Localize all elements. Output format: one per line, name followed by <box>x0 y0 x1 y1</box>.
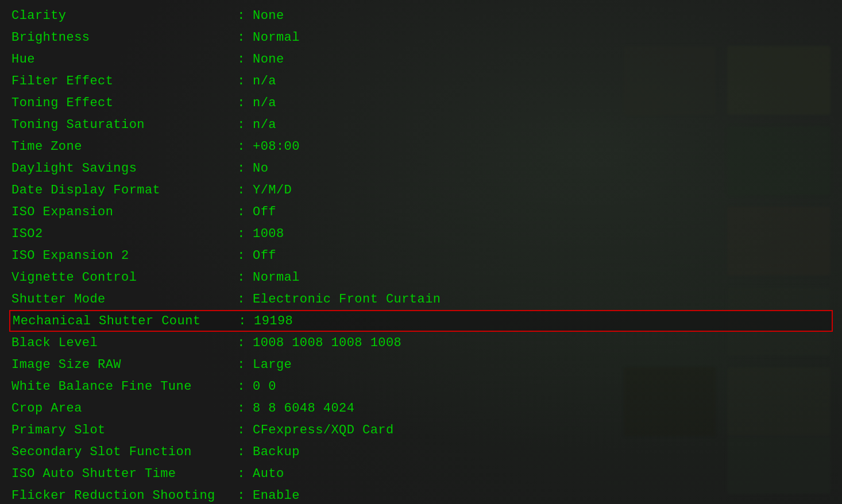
table-row: ISO Expansion 2:Off <box>11 245 831 266</box>
row-value: CFexpress/XQD Card <box>253 423 831 437</box>
row-label: Daylight Savings <box>11 161 230 176</box>
row-label: Clarity <box>11 9 230 23</box>
row-value: None <box>253 52 831 67</box>
table-row: Flicker Reduction Shooting:Enable <box>11 484 831 504</box>
row-value: 8 8 6048 4024 <box>253 401 831 416</box>
row-separator: : <box>230 445 253 459</box>
row-label: Secondary Slot Function <box>11 445 230 459</box>
row-value: 1008 <box>253 227 831 241</box>
row-separator: : <box>230 401 253 416</box>
row-label: Shutter Mode <box>11 292 230 307</box>
row-separator: : <box>230 336 253 350</box>
row-separator: : <box>230 379 253 394</box>
row-label: ISO Auto Shutter Time <box>11 467 230 481</box>
row-label: Toning Effect <box>11 96 230 110</box>
row-value: 19198 <box>254 314 829 328</box>
table-row: Date Display Format:Y/M/D <box>11 179 831 201</box>
row-value: None <box>253 9 831 23</box>
table-row: Black Level:1008 1008 1008 1008 <box>11 332 831 354</box>
row-value: Auto <box>253 467 831 481</box>
row-label: Primary Slot <box>11 423 230 437</box>
table-row: Toning Saturation:n/a <box>11 114 831 135</box>
table-row: Clarity:None <box>11 5 831 26</box>
table-row: ISO2:1008 <box>11 223 831 245</box>
table-row: Primary Slot:CFexpress/XQD Card <box>11 419 831 441</box>
row-separator: : <box>230 358 253 372</box>
table-row: Secondary Slot Function:Backup <box>11 441 831 463</box>
row-label: Crop Area <box>11 401 230 416</box>
row-separator: : <box>230 74 253 88</box>
row-value: Off <box>253 205 831 219</box>
table-row: ISO Expansion:Off <box>11 201 831 223</box>
row-value: No <box>253 161 831 176</box>
row-label: Flicker Reduction Shooting <box>11 489 230 503</box>
table-row: ISO Auto Shutter Time:Auto <box>11 463 831 484</box>
table-row: Shutter Mode:Electronic Front Curtain <box>11 288 831 310</box>
row-separator: : <box>230 292 253 307</box>
row-separator: : <box>230 489 253 503</box>
row-separator: : <box>231 314 254 328</box>
row-separator: : <box>230 270 253 285</box>
row-label: Filter Effect <box>11 74 230 88</box>
table-row: Time Zone:+08:00 <box>11 135 831 157</box>
row-value: Electronic Front Curtain <box>253 292 831 307</box>
table-row: Hue:None <box>11 48 831 70</box>
row-value: 0 0 <box>253 379 831 394</box>
row-separator: : <box>230 227 253 241</box>
row-label: White Balance Fine Tune <box>11 379 230 394</box>
row-value: Normal <box>253 270 831 285</box>
row-separator: : <box>230 205 253 219</box>
row-value: n/a <box>253 96 831 110</box>
row-separator: : <box>230 249 253 263</box>
row-label: Hue <box>11 52 230 67</box>
row-value: Large <box>253 358 831 372</box>
row-separator: : <box>230 183 253 197</box>
row-separator: : <box>230 9 253 23</box>
table-row: Filter Effect:n/a <box>11 70 831 92</box>
row-separator: : <box>230 118 253 132</box>
row-label: ISO Expansion 2 <box>11 249 230 263</box>
row-separator: : <box>230 161 253 176</box>
row-separator: : <box>230 30 253 45</box>
row-label: Date Display Format <box>11 183 230 197</box>
table-row: Brightness:Normal <box>11 26 831 48</box>
row-separator: : <box>230 139 253 154</box>
table-row: Crop Area:8 8 6048 4024 <box>11 397 831 419</box>
row-value: Backup <box>253 445 831 459</box>
table-row: Mechanical Shutter Count:19198 <box>9 310 833 332</box>
row-separator: : <box>230 52 253 67</box>
row-value: n/a <box>253 74 831 88</box>
row-value: Y/M/D <box>253 183 831 197</box>
row-label: Brightness <box>11 30 230 45</box>
table-row: Toning Effect:n/a <box>11 92 831 114</box>
row-value: +08:00 <box>253 139 831 154</box>
row-label: ISO Expansion <box>11 205 230 219</box>
row-label: Image Size RAW <box>11 358 230 372</box>
table-row: White Balance Fine Tune:0 0 <box>11 375 831 397</box>
row-label: Time Zone <box>11 139 230 154</box>
row-label: Vignette Control <box>11 270 230 285</box>
table-row: Daylight Savings:No <box>11 157 831 179</box>
row-label: Toning Saturation <box>11 118 230 132</box>
row-label: Black Level <box>11 336 230 350</box>
row-separator: : <box>230 96 253 110</box>
metadata-table: Clarity:NoneBrightness:NormalHue:NoneFil… <box>0 0 842 504</box>
table-row: Vignette Control:Normal <box>11 266 831 288</box>
row-label: ISO2 <box>11 227 230 241</box>
row-value: n/a <box>253 118 831 132</box>
row-separator: : <box>230 423 253 437</box>
row-value: Off <box>253 249 831 263</box>
table-row: Image Size RAW:Large <box>11 354 831 375</box>
row-label: Mechanical Shutter Count <box>13 314 231 328</box>
row-value: Enable <box>253 489 831 503</box>
row-separator: : <box>230 467 253 481</box>
row-value: Normal <box>253 30 831 45</box>
row-value: 1008 1008 1008 1008 <box>253 336 831 350</box>
